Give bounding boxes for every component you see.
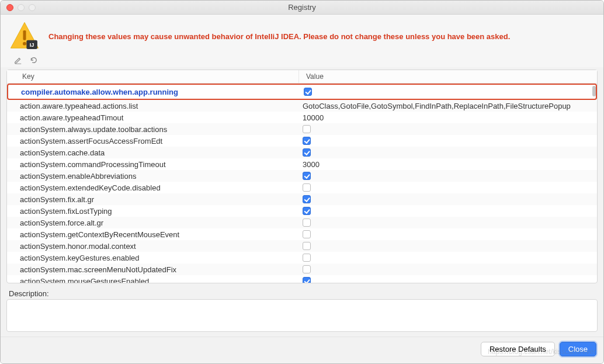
registry-window: Registry IJ Changing these values may ca… [0, 0, 604, 364]
table-row[interactable]: actionSystem.fix.alt.gr [7, 193, 597, 205]
registry-value[interactable] [299, 265, 597, 273]
maximize-window-button [29, 4, 36, 11]
registry-value[interactable] [299, 125, 597, 133]
registry-value[interactable] [299, 230, 597, 238]
table-row[interactable]: actionSystem.keyGestures.enabled [7, 252, 597, 264]
close-window-button[interactable] [6, 4, 13, 11]
registry-key: actionSystem.commandProcessingTimeout [7, 160, 299, 169]
checkbox[interactable] [303, 172, 311, 180]
table-row[interactable]: actionSystem.assertFocusAccessFromEdt [7, 135, 597, 147]
checkbox[interactable] [303, 277, 311, 283]
registry-key: actionSystem.mac.screenMenuNotUpdatedFix [7, 265, 299, 274]
warning-text: Changing these values may cause unwanted… [48, 32, 510, 41]
window-title: Registry [1, 3, 603, 12]
registry-table: Key Value compiler.automake.allow.when.a… [6, 70, 598, 283]
checkbox[interactable] [303, 254, 311, 262]
table-row[interactable]: actionSystem.enableAbbreviations [7, 170, 597, 182]
checkbox[interactable] [303, 148, 311, 157]
svg-point-2 [23, 42, 26, 46]
registry-key: actionSystem.enableAbbreviations [7, 172, 299, 181]
registry-value[interactable] [299, 254, 597, 262]
undo-icon[interactable] [29, 56, 38, 65]
registry-value[interactable] [299, 148, 597, 157]
registry-value[interactable] [300, 88, 596, 96]
svg-rect-1 [23, 30, 26, 40]
checkbox[interactable] [303, 230, 311, 238]
registry-key: actionSystem.assertFocusAccessFromEdt [7, 137, 299, 145]
checkbox[interactable] [303, 195, 311, 203]
restore-defaults-button[interactable]: Restore Defaults [481, 342, 555, 356]
table-row[interactable]: actionSystem.extendedKeyCode.disabled [7, 182, 597, 193]
table-row[interactable]: compiler.automake.allow.when.app.running [7, 84, 597, 100]
registry-value[interactable]: 10000 [299, 113, 597, 122]
registry-key: actionSystem.keyGestures.enabled [7, 254, 299, 262]
column-header-key[interactable]: Key [7, 70, 299, 83]
registry-value[interactable] [299, 195, 597, 203]
titlebar: Registry [1, 1, 603, 15]
table-row[interactable]: actionSystem.honor.modal.context [7, 240, 597, 252]
registry-key: actionSystem.always.update.toolbar.actio… [7, 125, 299, 134]
table-row[interactable]: actionSystem.cache.data [7, 147, 597, 158]
registry-key: actionSystem.getContextByRecentMouseEven… [7, 230, 299, 239]
checkbox[interactable] [303, 207, 311, 215]
table-row[interactable]: actionSystem.getContextByRecentMouseEven… [7, 228, 597, 240]
checkbox[interactable] [303, 183, 311, 192]
table-row[interactable]: action.aware.typeaheadTimout10000 [7, 112, 597, 123]
registry-key: actionSystem.fixLostTyping [7, 207, 299, 216]
checkbox[interactable] [303, 219, 311, 227]
registry-key: actionSystem.cache.data [7, 148, 299, 157]
registry-key: action.aware.typeahead.actions.list [7, 102, 299, 110]
minimize-window-button [18, 4, 25, 11]
registry-key: actionSystem.fix.alt.gr [7, 195, 299, 204]
table-row[interactable]: action.aware.typeahead.actions.listGotoC… [7, 100, 597, 112]
description-label: Description: [6, 288, 598, 299]
table-body[interactable]: compiler.automake.allow.when.app.running… [7, 84, 597, 283]
table-row[interactable]: actionSystem.fixLostTyping [7, 205, 597, 217]
description-box[interactable] [6, 299, 598, 332]
scrollbar-thumb[interactable] [592, 86, 596, 96]
table-row[interactable]: actionSystem.mouseGesturesEnabled [7, 275, 597, 283]
warning-icon: IJ [9, 20, 40, 52]
registry-key: actionSystem.extendedKeyCode.disabled [7, 183, 299, 192]
table-row[interactable]: actionSystem.force.alt.gr [7, 217, 597, 228]
registry-value[interactable] [299, 137, 597, 145]
close-button[interactable]: Close [560, 342, 596, 356]
registry-key: actionSystem.force.alt.gr [7, 219, 299, 227]
edit-icon[interactable] [13, 56, 23, 65]
registry-key: compiler.automake.allow.when.app.running [8, 88, 300, 96]
registry-value[interactable] [299, 183, 597, 192]
registry-key: actionSystem.mouseGesturesEnabled [7, 277, 299, 283]
header-row: IJ Changing these values may cause unwan… [1, 15, 603, 56]
registry-value[interactable]: GotoClass,GotoFile,GotoSymbol,FindInPath… [299, 102, 597, 110]
footer: Restore Defaults Close [1, 337, 603, 363]
table-row[interactable]: actionSystem.commandProcessingTimeout300… [7, 158, 597, 170]
checkbox[interactable] [303, 125, 311, 133]
registry-value[interactable] [299, 219, 597, 227]
description-section: Description: [1, 288, 603, 337]
registry-value[interactable] [299, 277, 597, 283]
registry-key: actionSystem.honor.modal.context [7, 242, 299, 251]
table-header: Key Value [7, 70, 597, 84]
table-row[interactable]: actionSystem.mac.screenMenuNotUpdatedFix [7, 264, 597, 275]
checkbox[interactable] [304, 88, 312, 96]
checkbox[interactable] [303, 137, 311, 145]
column-header-value[interactable]: Value [299, 70, 597, 83]
registry-value[interactable] [299, 207, 597, 215]
registry-key: action.aware.typeaheadTimout [7, 113, 299, 122]
checkbox[interactable] [303, 242, 311, 250]
toolbar [1, 56, 603, 67]
registry-value[interactable] [299, 172, 597, 180]
svg-text:IJ: IJ [30, 42, 34, 48]
registry-value[interactable]: 3000 [299, 160, 597, 169]
checkbox[interactable] [303, 265, 311, 273]
traffic-lights [1, 4, 36, 11]
registry-value[interactable] [299, 242, 597, 250]
table-row[interactable]: actionSystem.always.update.toolbar.actio… [7, 123, 597, 135]
